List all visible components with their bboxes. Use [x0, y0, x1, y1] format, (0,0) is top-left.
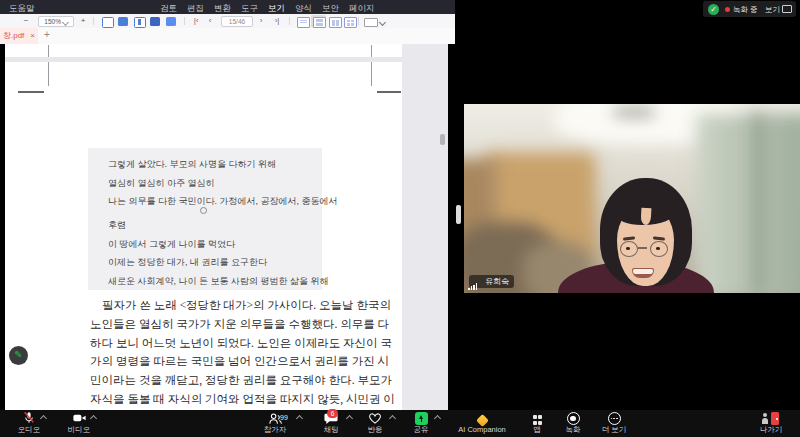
more-label: 더 보기	[594, 425, 634, 434]
document-area: 그렇게 살았다. 부모의 사명을 다하기 위해 열심히 열심히 아주 열심히 나…	[0, 44, 455, 410]
paragraph-line: 가의 명령을 따르는 국민을 넘어 인간으로서 권리를 가진 시	[90, 352, 402, 371]
chat-label: 채팅	[306, 425, 356, 434]
chevron-up-icon[interactable]	[90, 415, 97, 422]
participants-button[interactable]: 99 참가자	[246, 411, 304, 436]
leave-button[interactable]: 나가기	[748, 411, 794, 436]
paragraph-line: 자식을 돌볼 때 자식의 기여와 업적을 따지지 않듯, 시민권 이	[90, 390, 402, 409]
annotate-pen-button[interactable]: ✎	[9, 346, 28, 365]
tab-close-icon[interactable]: ×	[30, 28, 35, 44]
fit-height-icon[interactable]	[134, 17, 146, 28]
fit-page-icon[interactable]	[150, 17, 160, 26]
toolbar-divider	[289, 17, 290, 25]
poem-line: 새로운 사회계약, 나이 든 보통 사람의 평범한 삶을 위해	[108, 272, 329, 291]
person-smile	[632, 268, 654, 278]
viewer-margin	[402, 44, 448, 410]
pdf-page: 그렇게 살았다. 부모의 사명을 다하기 위해 열심히 열심히 아주 열심히 나…	[5, 44, 402, 410]
grid-view-icon[interactable]	[344, 17, 357, 28]
poem-line: 열심히 열심히 아주 열심히	[108, 174, 338, 193]
chevron-up-icon[interactable]	[296, 415, 303, 422]
glasses-bridge	[638, 247, 647, 249]
record-button[interactable]: 녹화	[556, 411, 590, 436]
prev-page-button[interactable]: ‹	[207, 15, 213, 26]
zoom-out-button[interactable]: −	[22, 15, 30, 26]
full-screen-icon[interactable]	[166, 17, 176, 26]
chevron-up-icon[interactable]	[40, 415, 47, 422]
chevron-up-icon[interactable]	[389, 415, 396, 422]
fit-width-icon[interactable]	[118, 17, 128, 26]
reactions-label: 반응	[352, 425, 398, 434]
poem-stanza: 후렴 이 땅에서 그렇게 나이를 먹었다 이제는 정당한 대가, 내 권리를 요…	[108, 216, 329, 290]
leave-meeting-icon	[763, 412, 779, 425]
video-label: 비디오	[56, 425, 102, 434]
person-eye	[626, 247, 630, 250]
chevron-up-icon[interactable]	[434, 415, 441, 422]
continuous-view-icon[interactable]	[313, 17, 326, 28]
apps-button[interactable]: 앱	[522, 411, 552, 436]
page-number-input[interactable]: 15/46	[221, 16, 253, 27]
apps-label: 앱	[522, 425, 552, 434]
table-border	[377, 91, 401, 93]
more-button[interactable]: 더 보기	[594, 411, 634, 436]
scrollbar-sliver	[456, 205, 461, 224]
table-border	[48, 45, 49, 57]
poem-line: 이제는 정당한 대가, 내 권리를 요구한다	[108, 253, 329, 272]
poem-stanza: 그렇게 살았다. 부모의 사명을 다하기 위해 열심히 열심히 아주 열심히 나…	[108, 155, 338, 211]
participants-label: 참가자	[246, 425, 304, 434]
reactions-button[interactable]: 반응	[352, 411, 398, 436]
chat-button[interactable]: 6 채팅	[306, 411, 356, 436]
cursor-marker-icon	[200, 207, 207, 214]
ai-sparkle-icon	[476, 414, 489, 427]
poem-quote-box: 그렇게 살았다. 부모의 사명을 다하기 위해 열심히 열심히 아주 열심히 나…	[88, 148, 322, 290]
actual-size-icon[interactable]	[102, 17, 114, 28]
audio-label: 오디오	[6, 425, 52, 434]
person-teeth	[633, 269, 653, 274]
table-border	[371, 45, 372, 57]
last-page-button[interactable]: ›|	[272, 15, 282, 26]
leave-label: 나가기	[748, 425, 794, 434]
participant-video-tile: 유희숙	[464, 104, 800, 293]
two-page-view-icon[interactable]	[329, 17, 342, 28]
pdf-toolbar: − 150% + |‹ ‹ 15/46 › ›|	[0, 14, 455, 29]
paragraph-line: 노인들은 열심히 국가가 지운 의무들을 수행했다. 의무를 다	[90, 315, 402, 334]
toolbar-divider	[184, 17, 185, 25]
pdf-viewer-window: 도움말 검토 편집 변환 도구 보기 양식 보안 페이지 − 150% + |‹…	[0, 0, 455, 410]
video-button[interactable]: 비디오	[56, 411, 102, 436]
table-border	[18, 91, 44, 93]
pdf-menubar: 도움말 검토 편집 변환 도구 보기 양식 보안 페이지	[0, 0, 455, 14]
toolbar-divider	[358, 17, 359, 25]
camera-icon	[72, 411, 87, 425]
background-blob	[696, 114, 800, 293]
meeting-status-bar: ✓ 녹화 중 보기	[703, 1, 796, 17]
security-check-icon[interactable]: ✓	[708, 4, 719, 15]
document-tab[interactable]: 창.pdf ×	[0, 28, 38, 44]
paragraph-line: 필자가 쓴 노래 <정당한 대가>의 가사이다. 오늘날 한국의	[90, 296, 402, 315]
body-paragraph: 필자가 쓴 노래 <정당한 대가>의 가사이다. 오늘날 한국의 노인들은 열심…	[90, 296, 402, 410]
heart-icon	[368, 412, 382, 425]
zoom-level-select[interactable]: 150%	[38, 16, 74, 27]
view-menu-button[interactable]: 보기	[765, 5, 780, 15]
background-blob	[614, 108, 654, 116]
page-layout-icon[interactable]	[364, 18, 378, 27]
participants-count: 99	[280, 414, 288, 421]
new-tab-button[interactable]: +	[44, 29, 50, 40]
single-page-view-icon[interactable]	[297, 17, 310, 28]
scrollbar-thumb[interactable]	[440, 134, 445, 145]
zoom-in-button[interactable]: +	[79, 15, 87, 26]
poem-line: 나는 의무를 다한 국민이다. 가정에서, 공장에서, 중동에서	[108, 192, 338, 211]
audio-button[interactable]: 오디오	[6, 411, 52, 436]
recording-status-label: 녹화 중	[733, 5, 758, 15]
share-screen-icon	[415, 412, 428, 425]
share-label: 공유	[400, 425, 442, 434]
chevron-down-icon[interactable]	[379, 19, 386, 26]
ellipsis-icon	[608, 412, 621, 425]
record-icon	[567, 412, 580, 425]
first-page-button[interactable]: |‹	[191, 15, 201, 26]
poem-line: 이 땅에서 그렇게 나이를 먹었다	[108, 235, 329, 254]
paragraph-line: 하다 보니 어느덧 노년이 되었다. 노인은 이제라도 자신이 국	[90, 334, 402, 353]
next-page-button[interactable]: ›	[258, 15, 264, 26]
table-border	[371, 62, 372, 86]
share-screen-button[interactable]: 공유	[400, 411, 442, 436]
table-border	[48, 62, 49, 86]
paragraph-line: 민이라는 것을 깨닫고, 정당한 권리를 요구해야 한다. 부모가	[90, 371, 402, 390]
ai-companion-button[interactable]: AI Companion	[446, 411, 518, 436]
